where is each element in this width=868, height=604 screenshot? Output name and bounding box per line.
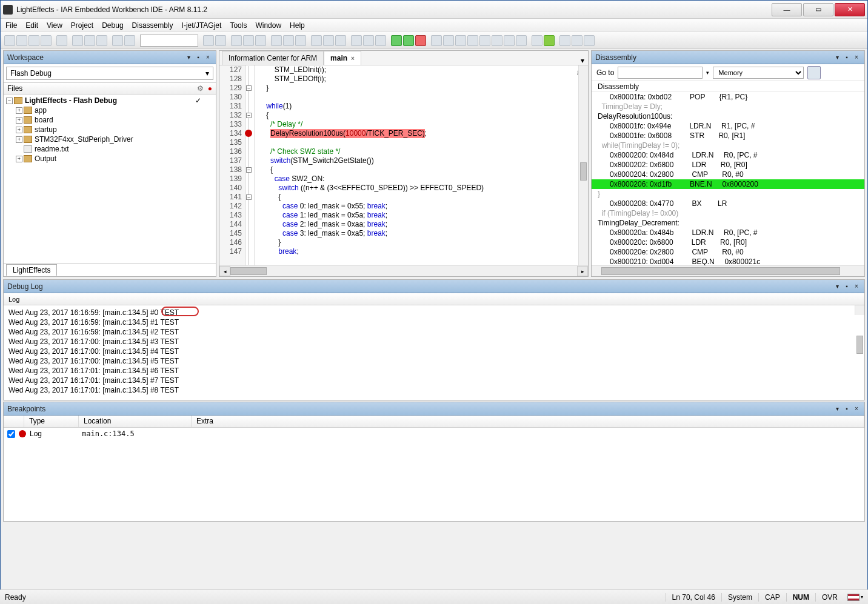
disasm-row[interactable]: TimingDelay_Decrement: [592, 218, 864, 228]
step-instr-icon[interactable] [479, 35, 490, 46]
tree-item[interactable]: +app [6, 105, 213, 115]
disasm-row[interactable]: 0x800020e: 0x2800 CMP R0, #0 [592, 247, 864, 257]
panel-pin-icon[interactable]: ▪ [843, 282, 851, 291]
menu-project[interactable]: Project [71, 21, 93, 30]
open-icon[interactable] [16, 35, 27, 46]
goto-input[interactable] [618, 67, 703, 79]
disasm-row[interactable]: DelayResolution100us: [592, 111, 864, 121]
pause-icon[interactable] [504, 35, 515, 46]
etm-icon[interactable] [532, 35, 542, 46]
editor-tab[interactable]: Information Center for ARM [222, 51, 324, 65]
flag-dropdown-icon[interactable]: ▾ [861, 594, 863, 600]
disasm-row[interactable]: 0x8000202: 0x6800 LDR R0, [R0] [592, 160, 864, 170]
fold-toggle-icon[interactable]: − [246, 113, 252, 118]
panel-close-icon[interactable]: × [852, 53, 861, 62]
find-icon[interactable] [231, 35, 242, 46]
code-area[interactable]: STM_LEDInit(i); STM_LEDOff(i); } while(1… [255, 65, 578, 265]
disasm-row[interactable]: if (TimingDelay != 0x00) [592, 208, 864, 218]
disasm-row[interactable]: 0x800020c: 0x6800 LDR R0, [R0] [592, 237, 864, 247]
panel-pin-icon[interactable]: ▪ [843, 405, 851, 413]
stop-build-icon[interactable] [335, 35, 346, 46]
config-select[interactable]: Flash Debug▾ [6, 67, 213, 80]
menu-tools[interactable]: Tools [230, 21, 247, 30]
gear-icon[interactable]: ⚙ [197, 84, 204, 93]
panel-close-icon[interactable]: × [852, 405, 861, 413]
fold-toggle-icon[interactable]: − [246, 85, 252, 91]
swo-icon[interactable] [544, 35, 555, 46]
log-vscroll[interactable] [855, 305, 864, 315]
nav-back-icon[interactable] [203, 35, 214, 46]
disasm-row[interactable]: 0x8000204: 0x2800 CMP R0, #0 [592, 170, 864, 179]
menu-ijetjtagjet[interactable]: I-jet/JTAGjet [182, 21, 222, 30]
copy-icon[interactable] [84, 35, 95, 46]
window-icon-1[interactable] [559, 35, 570, 46]
tree-expander-icon[interactable]: + [16, 156, 22, 162]
tab-close-icon[interactable]: × [351, 55, 355, 62]
tree-expander-icon[interactable]: − [6, 98, 13, 104]
disasm-row[interactable]: 0x8000206: 0xd1fb BNE.N 0x8000200 [592, 179, 864, 189]
memory-select[interactable]: Memory [713, 67, 804, 79]
disasm-hscroll[interactable] [592, 265, 864, 276]
panel-pin-icon[interactable]: ▪ [843, 53, 851, 62]
restart-icon[interactable] [403, 35, 414, 46]
compile-icon[interactable] [311, 35, 322, 46]
menu-disassembly[interactable]: Disassembly [132, 21, 173, 30]
disasm-row[interactable]: } [592, 189, 864, 199]
panel-pin-icon[interactable]: ▪ [194, 53, 202, 62]
flag-icon[interactable] [847, 594, 860, 601]
disasm-row[interactable]: 0x80001fe: 0x6008 STR R0, [R1] [592, 131, 864, 141]
undo-icon[interactable] [112, 35, 123, 46]
fold-column[interactable]: −−−− [246, 65, 255, 265]
tree-item[interactable]: +STM32F4xx_StdPeriph_Driver [6, 134, 213, 144]
disasm-row[interactable]: 0x8000208: 0x4770 BX LR [592, 199, 864, 208]
editor-tab[interactable]: main× [324, 51, 361, 65]
save-all-icon[interactable] [41, 35, 52, 46]
step-over-icon[interactable] [443, 35, 454, 46]
paste-icon[interactable] [96, 35, 107, 46]
step-into-icon[interactable] [455, 35, 466, 46]
editor-vscroll[interactable] [578, 65, 588, 265]
fold-toggle-icon[interactable]: − [246, 194, 252, 200]
workspace-tab[interactable]: LightEffects [6, 264, 57, 276]
run-to-cursor-icon[interactable] [492, 35, 502, 46]
print-icon[interactable] [56, 35, 67, 46]
tree-expander-icon[interactable]: + [16, 136, 22, 143]
attach-icon[interactable] [375, 35, 386, 46]
disasm-refresh-icon[interactable] [807, 66, 821, 79]
disasm-row[interactable]: 0x80001fa: 0xbd02 POP {R1, PC} [592, 92, 864, 102]
goto-icon[interactable] [255, 35, 266, 46]
cut-icon[interactable] [72, 35, 83, 46]
disasm-row[interactable]: while(TimingDelay != 0); [592, 141, 864, 150]
fold-toggle-icon[interactable]: − [246, 167, 252, 173]
close-button[interactable]: ✕ [835, 3, 865, 16]
menu-window[interactable]: Window [255, 21, 281, 30]
hscroll-left-icon[interactable]: ◂ [219, 266, 230, 276]
menu-edit[interactable]: Edit [25, 21, 38, 30]
replace-icon[interactable] [243, 35, 254, 46]
panel-dropdown-icon[interactable]: ▾ [833, 282, 841, 291]
menu-view[interactable]: View [47, 21, 62, 30]
step-out-icon[interactable] [467, 35, 478, 46]
tree-item[interactable]: +Output [6, 154, 213, 164]
next-statement-icon[interactable] [516, 35, 527, 46]
log-body[interactable]: Wed Aug 23, 2017 16:16:59: [main.c:134.5… [4, 305, 864, 400]
bp-enable-checkbox[interactable] [7, 430, 15, 438]
tree-expander-icon[interactable]: + [16, 127, 22, 133]
nav-fwd-icon[interactable] [215, 35, 226, 46]
menu-debug[interactable]: Debug [102, 21, 123, 30]
goto-dropdown-icon[interactable]: ▾ [706, 70, 709, 76]
stop-debug-icon[interactable] [415, 35, 426, 46]
tree-item[interactable]: +startup [6, 125, 213, 134]
editor-hscroll[interactable]: ◂ ▸ [219, 265, 588, 276]
file-tree[interactable]: −LightEffects - Flash Debug✓+app+board+s… [4, 95, 216, 263]
breakpoint-row[interactable]: Log main.c:134.5 [4, 428, 864, 440]
bookmark-next-icon[interactable] [295, 35, 306, 46]
panel-dropdown-icon[interactable]: ▾ [833, 405, 841, 413]
breakpoint-marker-icon[interactable] [245, 130, 252, 137]
disasm-row[interactable]: 0x8000200: 0x484d LDR.N R0, [PC, # [592, 150, 864, 160]
window-icon-2[interactable] [572, 35, 583, 46]
make-icon[interactable] [323, 35, 334, 46]
menu-file[interactable]: File [5, 21, 17, 30]
hscroll-right-icon[interactable]: ▸ [577, 266, 588, 276]
tree-item[interactable]: −LightEffects - Flash Debug✓ [6, 96, 213, 105]
